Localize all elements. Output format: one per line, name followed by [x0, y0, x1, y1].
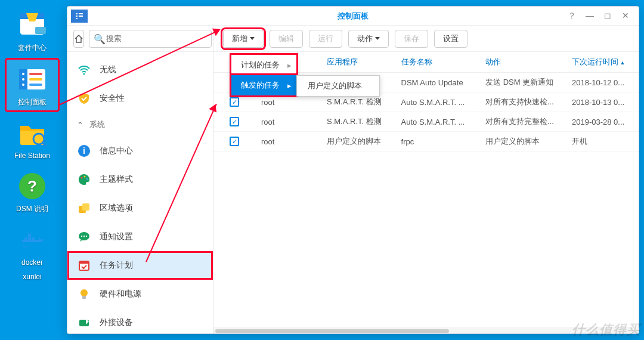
svg-point-5: [22, 73, 24, 75]
svg-point-7: [22, 84, 24, 86]
svg-text:i: i: [83, 146, 85, 156]
col-next-run[interactable]: 下次运行时间: [566, 52, 639, 73]
desktop-label: DSM 说明: [16, 204, 48, 214]
sidebar-item-external-devices[interactable]: 外接设备: [67, 308, 213, 333]
sidebar-label: 主题样式: [100, 174, 133, 185]
sidebar-item-region[interactable]: 区域选项: [67, 194, 213, 222]
dropdown-scheduled-task[interactable]: 计划的任务 ▸: [231, 55, 296, 75]
submenu: 用户定义的脚本: [296, 75, 380, 97]
table-row[interactable]: root S.M.A.R.T. 检测 Auto S.M.A.R.T. ... 对…: [213, 112, 639, 132]
drive-icon: [77, 316, 91, 330]
sidebar-label: 区域选项: [100, 203, 133, 214]
svg-rect-18: [28, 234, 31, 237]
add-button[interactable]: 新增 计划的任务 ▸ 触发的任务 ▸: [223, 30, 264, 48]
pin-icon[interactable]: ？: [567, 11, 577, 21]
checkbox[interactable]: [230, 117, 239, 126]
sidebar-label: 无线: [100, 64, 116, 75]
sidebar-section-system[interactable]: ⌃ 系统: [67, 113, 213, 137]
sidebar-label: 通知设置: [100, 231, 133, 242]
col-action[interactable]: 动作: [479, 52, 566, 73]
chevron-down-icon: [375, 37, 380, 40]
svg-point-25: [83, 73, 85, 75]
edit-button[interactable]: 编辑: [270, 30, 303, 48]
svg-rect-21: [76, 16, 78, 17]
desktop-label: 套件中心: [18, 43, 47, 53]
cell-task-name: frpc: [395, 132, 480, 152]
chevron-right-icon: ▸: [287, 60, 292, 69]
table-row[interactable]: root 用户定义的脚本 frpc 用户定义的脚本 开机: [213, 132, 639, 152]
sidebar-item-hardware-power[interactable]: 硬件和电源: [67, 280, 213, 308]
svg-rect-8: [29, 73, 42, 75]
svg-point-29: [84, 176, 86, 178]
dropdown-triggered-task[interactable]: 触发的任务 ▸: [231, 75, 296, 95]
info-icon: i: [77, 144, 91, 158]
svg-point-34: [81, 236, 82, 237]
window-title: 控制面板: [338, 11, 369, 21]
svg-point-36: [86, 236, 87, 237]
desktop-label: xunlei: [23, 273, 41, 281]
cell-next-run: 2019-03-28 0...: [566, 112, 639, 132]
sidebar-item-task-scheduler[interactable]: 任务计划: [67, 251, 213, 280]
svg-rect-23: [79, 13, 83, 14]
sidebar-label: 安全性: [100, 93, 125, 104]
desktop-icon-file-station[interactable]: File Station: [6, 113, 58, 163]
submenu-user-script[interactable]: 用户定义的脚本: [297, 76, 379, 96]
cell-app: 用户定义的脚本: [321, 132, 395, 152]
svg-rect-32: [82, 203, 89, 211]
bulb-icon: [77, 287, 91, 301]
chevron-up-icon: ⌃: [77, 120, 83, 129]
action-button[interactable]: 动作: [348, 30, 389, 48]
chat-icon: [77, 230, 91, 244]
sidebar-item-wireless[interactable]: 无线: [67, 55, 213, 84]
close-icon[interactable]: ✕: [621, 11, 630, 21]
svg-point-39: [80, 289, 88, 296]
sidebar-label: 任务计划: [100, 260, 133, 271]
titlebar[interactable]: 控制面板 ？ — ◻ ✕: [67, 7, 639, 26]
sidebar-item-theme[interactable]: 主题样式: [67, 165, 213, 194]
run-button[interactable]: 运行: [309, 30, 342, 48]
cell-app: S.M.A.R.T. 检测: [321, 112, 395, 132]
sidebar: 🔍 无线 安全性 ⌃ 系统 i 信息中心: [67, 26, 213, 333]
home-button[interactable]: [73, 30, 84, 48]
sidebar-item-info-center[interactable]: i 信息中心: [67, 137, 213, 165]
svg-rect-24: [79, 16, 83, 17]
save-button[interactable]: 保存: [395, 30, 428, 48]
toolbar: 新增 计划的任务 ▸ 触发的任务 ▸: [213, 26, 639, 52]
calendar-icon: [77, 258, 91, 273]
svg-rect-38: [79, 261, 89, 264]
window-icon: [71, 10, 88, 23]
desktop-icon-dsm-help[interactable]: ? DSM 说明: [6, 166, 58, 218]
svg-rect-2: [35, 27, 46, 34]
sidebar-label: 外接设备: [100, 317, 133, 328]
svg-point-28: [81, 177, 83, 179]
svg-text:?: ?: [27, 177, 37, 195]
desktop-icons: 套件中心 控制面板 File Station ? DSM 说明 docker x…: [0, 0, 64, 340]
desktop-icon-xunlei[interactable]: xunlei: [6, 273, 58, 285]
cell-next-run: 2018-10-13 0...: [566, 92, 639, 112]
svg-rect-9: [29, 78, 42, 81]
svg-point-35: [83, 236, 85, 237]
region-icon: [77, 201, 91, 215]
col-app[interactable]: 应用程序: [321, 52, 395, 73]
maximize-icon[interactable]: ◻: [603, 11, 612, 21]
add-dropdown: 计划的任务 ▸ 触发的任务 ▸ 用户定义的脚本: [231, 54, 297, 96]
col-task-name[interactable]: 任务名称: [395, 52, 480, 73]
desktop-icon-package-center[interactable]: 套件中心: [6, 5, 58, 57]
sidebar-item-notifications[interactable]: 通知设置: [67, 222, 213, 251]
cell-user: root: [255, 132, 321, 152]
search-input[interactable]: [89, 30, 212, 48]
desktop-icon-control-panel[interactable]: 控制面板: [6, 59, 58, 111]
wifi-icon: [77, 63, 91, 77]
sidebar-item-security[interactable]: 安全性: [67, 84, 213, 113]
checkbox[interactable]: [230, 137, 239, 146]
svg-line-12: [42, 143, 46, 146]
cell-task-name: DSM Auto Update: [395, 73, 480, 92]
main-content: 新增 计划的任务 ▸ 触发的任务 ▸: [213, 26, 639, 333]
desktop-icon-docker[interactable]: docker: [6, 220, 58, 270]
horizontal-scrollbar[interactable]: [213, 327, 639, 333]
minimize-icon[interactable]: —: [585, 11, 595, 21]
settings-button[interactable]: 设置: [434, 30, 467, 48]
cell-task-name: Auto S.M.A.R.T. ...: [395, 92, 480, 112]
desktop-label: docker: [21, 258, 43, 267]
checkbox[interactable]: [230, 97, 239, 107]
